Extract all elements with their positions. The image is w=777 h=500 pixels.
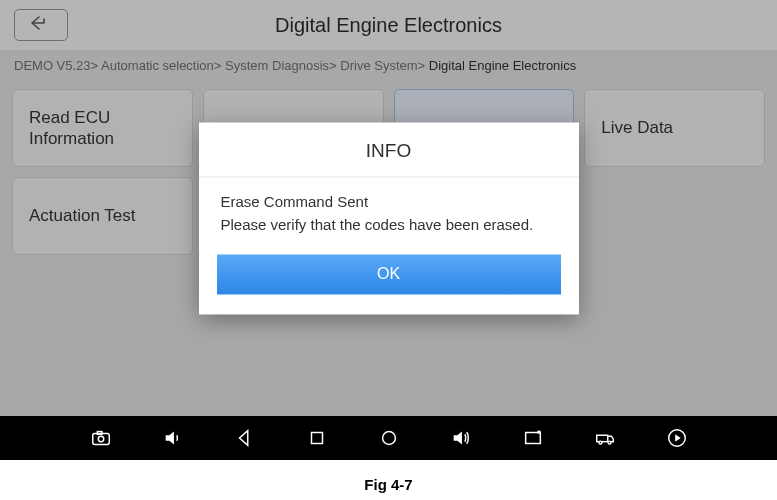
volume-up-icon[interactable] [448,425,474,451]
svg-point-7 [598,441,601,444]
tile-actuation-test[interactable]: Actuation Test [12,177,193,255]
breadcrumb-item[interactable]: DEMO V5.23 [14,58,91,73]
breadcrumb-item[interactable]: System Diagnosis [225,58,329,73]
screenshot-icon[interactable] [520,425,546,451]
tile-live-data[interactable]: Live Data [584,89,765,167]
svg-point-8 [608,441,611,444]
breadcrumb-current: Digital Engine Electronics [429,58,576,73]
back-button[interactable] [14,9,68,41]
play-icon[interactable] [664,425,690,451]
dialog-message-line: Erase Command Sent [221,191,557,214]
tile-label: Live Data [601,117,673,138]
tile-label: Read ECU Information [29,107,176,150]
svg-rect-6 [596,435,607,441]
breadcrumb: DEMO V5.23> Automatic selection> System … [0,50,777,81]
back-arrow-icon [29,15,53,35]
svg-point-1 [98,436,104,442]
dialog-message-line: Please verify that the codes have been e… [221,214,557,237]
ok-button[interactable]: OK [217,254,561,294]
breadcrumb-item[interactable]: Drive System [340,58,417,73]
svg-rect-5 [525,433,540,444]
tile-label: Actuation Test [29,205,135,226]
figure-caption: Fig 4-7 [0,460,777,500]
nav-back-icon[interactable] [232,425,258,451]
tile-read-ecu-information[interactable]: Read ECU Information [12,89,193,167]
vehicle-icon[interactable] [592,425,618,451]
dialog-title: INFO [199,122,579,177]
svg-rect-3 [311,433,322,444]
nav-recent-icon[interactable] [304,425,330,451]
breadcrumb-item[interactable]: Automatic selection [101,58,214,73]
info-dialog: INFO Erase Command Sent Please verify th… [199,122,579,314]
camera-icon[interactable] [88,425,114,451]
app-header: Digital Engine Electronics [0,0,777,50]
dialog-footer: OK [199,246,579,314]
nav-home-icon[interactable] [376,425,402,451]
svg-point-4 [382,432,395,445]
system-navbar [0,416,777,460]
page-title: Digital Engine Electronics [0,14,777,37]
volume-down-icon[interactable] [160,425,186,451]
dialog-body: Erase Command Sent Please verify that th… [199,177,579,246]
